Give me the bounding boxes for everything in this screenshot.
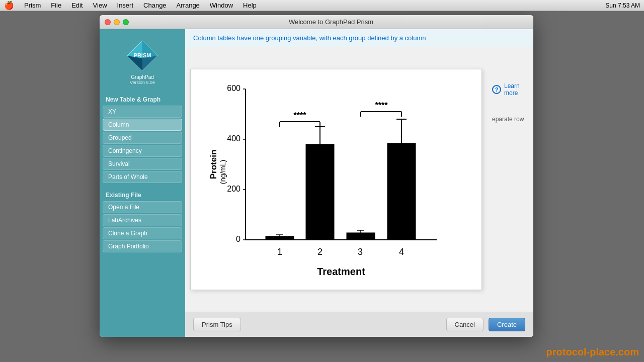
svg-text:Protein: Protein: [209, 150, 218, 179]
svg-text:3: 3: [358, 247, 363, 257]
help-icon: ?: [492, 85, 501, 94]
svg-text:****: ****: [375, 101, 388, 110]
menu-edit[interactable]: Edit: [69, 2, 85, 9]
menu-change[interactable]: Change: [141, 2, 169, 9]
svg-text:****: ****: [294, 111, 307, 120]
main-window: Welcome to GraphPad Prism PRISM GraphPad…: [100, 15, 533, 337]
content-header: Column tables have one grouping variable…: [185, 29, 533, 47]
svg-text:600: 600: [227, 84, 240, 93]
sidebar: PRISM GraphPad Version 6.0e New Table & …: [100, 29, 185, 337]
svg-text:Treatment: Treatment: [317, 266, 365, 277]
menu-file[interactable]: File: [49, 2, 63, 9]
sidebar-item-column[interactable]: Column: [103, 119, 182, 131]
main-content: Column tables have one grouping variable…: [185, 29, 533, 337]
sidebar-item-graph-portfolio[interactable]: Graph Portfolio: [103, 240, 182, 252]
menu-prism[interactable]: Prism: [22, 2, 43, 9]
menu-arrange[interactable]: Arrange: [175, 2, 202, 9]
logo-version: Version 6.0e: [130, 80, 155, 85]
new-table-section-label: New Table & Graph: [100, 93, 185, 105]
sidebar-item-open-file[interactable]: Open a File: [103, 201, 182, 213]
maximize-button[interactable]: [123, 19, 129, 25]
menubar: 🍎 Prism File Edit View Insert Change Arr…: [0, 0, 644, 11]
menu-help[interactable]: Help: [241, 2, 259, 9]
sidebar-item-clone-graph[interactable]: Clone a Graph: [103, 227, 182, 239]
sidebar-item-grouped[interactable]: Grouped: [103, 132, 182, 144]
separate-row-text: eparate row: [492, 116, 528, 123]
menu-window[interactable]: Window: [208, 2, 235, 9]
sidebar-item-parts-of-whole[interactable]: Parts of Whole: [103, 171, 182, 183]
bottom-right-buttons: Cancel Create: [446, 318, 526, 331]
svg-text:400: 400: [227, 134, 240, 143]
svg-text:(ng/mL): (ng/mL): [219, 160, 227, 184]
window-title: Welcome to GraphPad Prism: [134, 18, 528, 26]
existing-file-section-label: Existing File: [100, 189, 185, 201]
cancel-button[interactable]: Cancel: [446, 318, 484, 331]
right-panel: ? Learn more eparate row: [487, 47, 533, 312]
learn-more-section[interactable]: ? Learn more: [492, 82, 528, 97]
learn-more-label[interactable]: Learn more: [504, 82, 528, 97]
sidebar-logo: PRISM GraphPad Version 6.0e: [100, 34, 185, 93]
svg-rect-32: [387, 143, 416, 240]
menu-insert[interactable]: Insert: [115, 2, 136, 9]
sidebar-item-contingency[interactable]: Contingency: [103, 145, 182, 157]
header-description: Column tables have one grouping variable…: [193, 34, 525, 42]
graph-panel: 0 200 400 600 Protein (n: [190, 69, 482, 290]
titlebar: Welcome to GraphPad Prism: [100, 15, 533, 29]
window-body: PRISM GraphPad Version 6.0e New Table & …: [100, 29, 533, 337]
sidebar-item-xy[interactable]: XY: [103, 106, 182, 118]
bottom-bar: Prism Tips Cancel Create: [185, 312, 533, 337]
svg-text:PRISM: PRISM: [134, 52, 151, 58]
svg-text:200: 200: [227, 185, 240, 193]
traffic-lights: [105, 19, 129, 25]
sidebar-item-lab-archives[interactable]: LabArchives: [103, 214, 182, 226]
svg-text:4: 4: [399, 247, 404, 257]
sidebar-item-survival[interactable]: Survival: [103, 158, 182, 170]
svg-rect-26: [306, 144, 334, 240]
prism-tips-button[interactable]: Prism Tips: [193, 318, 241, 331]
close-button[interactable]: [105, 19, 111, 25]
graph-container: 0 200 400 600 Protein (n: [185, 47, 487, 312]
logo-graphpad: GraphPad: [131, 74, 154, 80]
content-body: 0 200 400 600 Protein (n: [185, 47, 533, 312]
apple-menu[interactable]: 🍎: [4, 1, 14, 10]
svg-text:0: 0: [236, 235, 240, 243]
menubar-right: Sun 7:53 AM: [605, 2, 640, 9]
prism-logo-icon: PRISM: [125, 38, 160, 73]
menu-view[interactable]: View: [91, 2, 109, 9]
svg-text:1: 1: [277, 247, 282, 257]
menu-time: Sun 7:53 AM: [605, 2, 640, 9]
svg-text:2: 2: [317, 247, 323, 257]
watermark: protocol-place.com: [546, 346, 639, 358]
chart-svg: 0 200 400 600 Protein (n: [205, 79, 467, 280]
create-button[interactable]: Create: [489, 318, 525, 331]
minimize-button[interactable]: [114, 19, 120, 25]
